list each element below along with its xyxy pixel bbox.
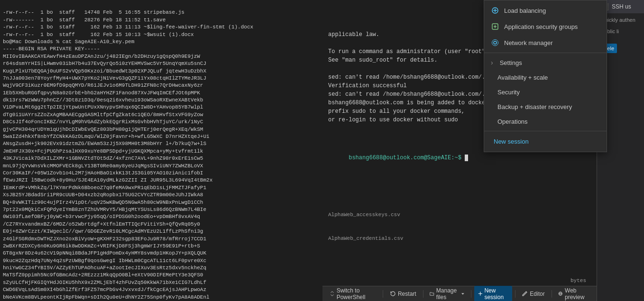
network-manager-label: Network manager	[504, 39, 600, 46]
file-item-1: AlphaWeb_accesskeys.csv	[328, 211, 591, 219]
menu-item-operations[interactable]: Operations	[484, 114, 607, 129]
terminal-line: -rw-r--r-- 1 bo staff 14748 Feb 5 16:55 …	[3, 9, 253, 301]
menu-item-network-manager[interactable]: Network manager	[484, 35, 607, 51]
menu-item-availability-scale[interactable]: Availability + scale	[484, 70, 607, 85]
switch-icon	[330, 291, 335, 297]
manage-files-dropdown-icon	[461, 292, 464, 296]
menu-item-app-security-groups[interactable]: Application security groups	[484, 18, 607, 35]
edit-icon	[522, 291, 528, 297]
settings-label: Settings	[500, 59, 600, 66]
new-session-label: New session	[484, 287, 508, 301]
menu-item-new-session[interactable]: New session	[484, 133, 607, 150]
context-menu: Load balancing Application security grou…	[484, 0, 607, 152]
svg-point-3	[492, 40, 498, 46]
app-security-groups-label: Application security groups	[504, 23, 600, 30]
menu-separator	[484, 53, 607, 53]
bottom-toolbar: Switch to PowerShell Restart Manage file…	[322, 286, 597, 301]
terminal-cursor	[465, 155, 468, 161]
operations-label: Operations	[497, 118, 600, 125]
file-listing: AlphaWeb_accesskeys.csv AlphaWeb_credent…	[328, 195, 591, 258]
folder-icon	[430, 291, 434, 297]
restart-label: Restart	[398, 291, 416, 297]
ssh-title: SSH us	[612, 3, 631, 10]
restart-icon	[390, 291, 396, 297]
manage-files-label: Manage files	[436, 287, 460, 301]
menu-item-load-balancing[interactable]: Load balancing	[484, 2, 607, 18]
switch-powershell-label: Switch to PowerShell	[337, 287, 377, 301]
toolbar-divider-5	[552, 290, 552, 298]
menu-item-settings[interactable]: › Settings	[484, 55, 607, 70]
toolbar-divider-4	[515, 290, 515, 298]
menu-separator-2	[484, 131, 607, 131]
terminal-output: -rw-r--r-- 1 bo staff 14748 Feb 5 16:55 …	[0, 0, 322, 301]
web-preview-button[interactable]: Web preview	[554, 286, 593, 301]
file-item-2: AlphaWeb_credentials.csv	[328, 235, 591, 243]
settings-expand-icon: ›	[491, 59, 493, 66]
network-manager-icon	[491, 38, 499, 47]
switch-powershell-button[interactable]: Switch to PowerShell	[326, 286, 380, 301]
app-security-groups-icon	[491, 22, 499, 31]
menu-item-security[interactable]: Security	[484, 85, 607, 100]
security-label: Security	[497, 89, 600, 96]
editor-label: Editor	[530, 291, 544, 297]
toolbar-divider-3	[471, 290, 471, 298]
backup-disaster-label: Backup + disaster recovery	[497, 103, 600, 110]
new-session-label: New session	[494, 138, 597, 145]
svg-point-2	[494, 41, 497, 44]
plus-icon	[478, 291, 483, 297]
new-session-button[interactable]: New session	[474, 286, 512, 301]
web-preview-label: Web preview	[565, 287, 589, 301]
editor-button[interactable]: Editor	[518, 289, 548, 299]
restart-button[interactable]: Restart	[386, 289, 420, 299]
globe-icon	[558, 291, 563, 297]
toolbar-divider-1	[383, 290, 383, 298]
file-size-label: bytes	[328, 277, 591, 285]
load-balancing-icon	[491, 6, 499, 15]
manage-files-button[interactable]: Manage files	[426, 286, 468, 301]
terminal-prompt: bshang6688@outlook.com@SageAIE:~$	[349, 155, 465, 161]
toolbar-divider-2	[423, 290, 423, 298]
menu-item-backup-disaster[interactable]: Backup + disaster recovery	[484, 100, 607, 114]
availability-scale-label: Availability + scale	[497, 74, 600, 81]
load-balancing-label: Load balancing	[504, 7, 600, 14]
left-terminal-panel: -rw-r--r-- 1 bo staff 14748 Feb 5 16:55 …	[0, 0, 322, 301]
